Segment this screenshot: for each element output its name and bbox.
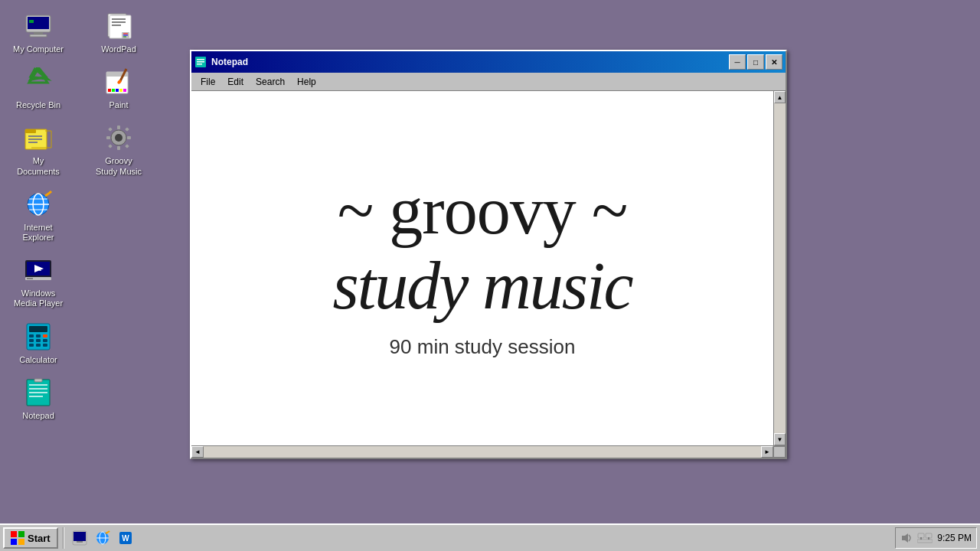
desktop-icons-col2: WordPad Paint bbox=[88, 8, 149, 180]
svg-rect-69 bbox=[125, 145, 129, 149]
close-button[interactable]: ✕ bbox=[766, 54, 782, 70]
svg-rect-68 bbox=[108, 145, 113, 149]
groovy-title: ~ groovy ~ bbox=[338, 178, 628, 245]
svg-rect-57 bbox=[123, 89, 126, 92]
groovy-study-music-label: GroovyStudy Music bbox=[96, 156, 142, 176]
svg-rect-72 bbox=[197, 61, 204, 63]
start-label: Start bbox=[28, 533, 51, 544]
svg-rect-67 bbox=[125, 128, 129, 132]
wordpad-icon bbox=[103, 11, 134, 41]
maximize-button[interactable]: □ bbox=[747, 54, 764, 70]
svg-rect-45 bbox=[112, 21, 126, 23]
svg-rect-77 bbox=[18, 539, 24, 545]
internet-explorer-label: InternetExplorer bbox=[23, 223, 54, 243]
desktop-icon-internet-explorer[interactable]: InternetExplorer bbox=[8, 186, 69, 246]
scroll-right-button[interactable]: ► bbox=[761, 446, 773, 458]
svg-rect-91 bbox=[928, 537, 929, 540]
svg-rect-54 bbox=[112, 89, 115, 92]
titlebar-buttons: ─ □ ✕ bbox=[729, 54, 782, 70]
svg-rect-62 bbox=[117, 126, 120, 129]
internet-explorer-icon bbox=[23, 189, 54, 220]
taskbar-quick-launch: W bbox=[69, 527, 136, 549]
svg-rect-79 bbox=[74, 532, 86, 541]
svg-rect-89 bbox=[920, 537, 922, 540]
my-documents-icon bbox=[23, 122, 54, 153]
menu-help[interactable]: Help bbox=[291, 75, 322, 89]
svg-rect-9 bbox=[25, 129, 36, 133]
svg-rect-12 bbox=[28, 142, 38, 143]
scroll-up-button[interactable]: ▲ bbox=[774, 91, 786, 103]
svg-rect-74 bbox=[11, 531, 17, 537]
calculator-icon bbox=[23, 321, 54, 352]
svg-rect-92 bbox=[917, 540, 933, 543]
scroll-left-button[interactable]: ◄ bbox=[191, 446, 204, 458]
session-subtitle: 90 min study session bbox=[390, 335, 576, 359]
notepad-title-icon bbox=[194, 56, 207, 68]
vertical-scrollbar[interactable]: ▲ ▼ bbox=[773, 91, 786, 445]
volume-icon bbox=[900, 532, 913, 544]
svg-rect-44 bbox=[112, 18, 126, 20]
svg-rect-31 bbox=[43, 339, 47, 342]
svg-rect-38 bbox=[29, 392, 47, 393]
recycle-bin-label: Recycle Bin bbox=[16, 100, 60, 110]
desktop-icon-windows-media-player[interactable]: 21 WindowsMedia Player bbox=[8, 252, 69, 311]
desktop-icon-my-computer[interactable]: My Computer bbox=[8, 8, 69, 57]
my-computer-icon bbox=[23, 11, 54, 41]
scroll-corner bbox=[773, 446, 786, 458]
svg-text:W: W bbox=[122, 534, 129, 543]
scroll-down-button[interactable]: ▼ bbox=[774, 433, 786, 445]
notepad-content[interactable]: ~ groovy ~ study music 90 min study sess… bbox=[191, 91, 773, 445]
svg-rect-81 bbox=[74, 543, 85, 544]
taskbar-icon-ie[interactable] bbox=[92, 527, 113, 549]
svg-rect-63 bbox=[117, 146, 120, 150]
svg-rect-36 bbox=[29, 384, 47, 386]
svg-rect-32 bbox=[29, 344, 34, 347]
svg-rect-33 bbox=[36, 344, 41, 347]
svg-rect-46 bbox=[112, 24, 121, 26]
notepad-icon bbox=[23, 377, 54, 408]
svg-rect-27 bbox=[36, 334, 41, 337]
svg-rect-64 bbox=[106, 136, 110, 139]
notepad-label: Notepad bbox=[22, 411, 54, 421]
desktop-icon-paint[interactable]: Paint bbox=[88, 64, 149, 113]
desktop-icon-my-documents[interactable]: MyDocuments bbox=[8, 119, 69, 179]
study-music-title: study music bbox=[332, 253, 632, 320]
start-button[interactable]: Start bbox=[3, 527, 58, 549]
taskbar-icon-3[interactable]: W bbox=[115, 527, 136, 549]
svg-rect-11 bbox=[28, 139, 42, 140]
svg-marker-87 bbox=[902, 533, 908, 543]
minimize-button[interactable]: ─ bbox=[729, 54, 746, 70]
window-titlebar: Notepad ─ □ ✕ bbox=[191, 51, 786, 73]
desktop-icon-groovy-study-music[interactable]: GroovyStudy Music bbox=[88, 119, 149, 179]
wordpad-label: WordPad bbox=[101, 44, 136, 54]
svg-rect-53 bbox=[108, 89, 111, 92]
svg-rect-66 bbox=[108, 128, 113, 132]
svg-rect-37 bbox=[29, 388, 47, 390]
menu-search[interactable]: Search bbox=[250, 75, 291, 89]
svg-rect-65 bbox=[127, 136, 131, 139]
svg-rect-34 bbox=[43, 344, 47, 347]
svg-rect-22 bbox=[27, 278, 33, 279]
svg-text:21: 21 bbox=[35, 266, 42, 272]
window-content-area: ~ groovy ~ study music 90 min study sess… bbox=[191, 91, 786, 445]
recycle-bin-icon bbox=[23, 67, 54, 97]
desktop-icon-wordpad[interactable]: WordPad bbox=[88, 8, 149, 57]
desktop-icon-notepad[interactable]: Notepad bbox=[8, 374, 69, 424]
paint-icon bbox=[103, 67, 134, 97]
my-computer-label: My Computer bbox=[13, 44, 64, 54]
desktop-icon-calculator[interactable]: Calculator bbox=[8, 318, 69, 368]
system-tray: 9:25 PM bbox=[895, 527, 977, 549]
desktop-icon-recycle-bin[interactable]: Recycle Bin bbox=[8, 64, 69, 113]
svg-rect-3 bbox=[30, 34, 47, 37]
windows-media-player-label: WindowsMedia Player bbox=[14, 289, 63, 308]
window-title: Notepad bbox=[211, 57, 729, 67]
window-bottom-bar: ◄ ► bbox=[191, 445, 786, 458]
taskbar-icon-1[interactable] bbox=[69, 527, 90, 549]
svg-rect-39 bbox=[29, 396, 43, 397]
svg-rect-4 bbox=[29, 20, 34, 23]
svg-rect-40 bbox=[34, 379, 42, 382]
menu-file[interactable]: File bbox=[194, 75, 221, 89]
svg-rect-76 bbox=[11, 539, 17, 545]
svg-rect-56 bbox=[119, 89, 122, 92]
menu-edit[interactable]: Edit bbox=[221, 75, 250, 89]
